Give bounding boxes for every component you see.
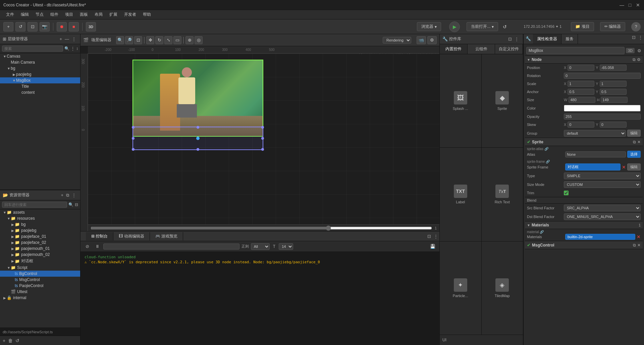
- rendering-select[interactable]: Rendering: [383, 37, 411, 44]
- bg-expand-icon[interactable]: ▼: [7, 67, 11, 70]
- scene-zoom-slider[interactable]: [91, 225, 432, 231]
- group-select[interactable]: default: [564, 130, 626, 137]
- tree-item-canvas[interactable]: ▼ Canvas: [0, 53, 80, 59]
- comp-item-richtext[interactable]: TxT Rich Text: [482, 148, 523, 241]
- handle-tm[interactable]: [197, 126, 199, 129]
- browser-button[interactable]: 浏览器 ▾: [417, 22, 441, 31]
- add-button[interactable]: +: [3, 22, 13, 31]
- handle-bl[interactable]: [132, 148, 135, 151]
- atlas-input[interactable]: [565, 151, 626, 157]
- position-y-input[interactable]: [600, 65, 627, 71]
- asset-more-icon[interactable]: ⋮: [70, 192, 77, 198]
- scene-zoom-in[interactable]: 🔍: [116, 36, 124, 44]
- search-icon[interactable]: 🔍: [64, 46, 69, 51]
- comp-lib-expand-icon[interactable]: ⊡: [507, 36, 513, 42]
- comp-item-splash[interactable]: 🖼 Splash ...: [440, 54, 481, 147]
- atlas-select-button[interactable]: 选择: [627, 151, 641, 158]
- asset-item-paojiebg[interactable]: ▶ 📁 paojiebg: [0, 227, 80, 233]
- spriteframe-edit-button[interactable]: 编辑: [627, 163, 641, 170]
- scene-msgbox-selection[interactable]: [132, 127, 263, 150]
- tab-game-preview[interactable]: 🎮 游戏预览: [150, 232, 183, 240]
- comp-tab-builtin[interactable]: 内置控件: [440, 44, 468, 54]
- comp-item-tiledmap[interactable]: ◈ TiledMap: [482, 242, 523, 335]
- trim-checkbox[interactable]: [564, 191, 569, 195]
- canvas-expand-icon[interactable]: ▼: [3, 55, 7, 58]
- size-w-input[interactable]: [569, 97, 595, 103]
- skew-x-input[interactable]: [568, 122, 594, 128]
- asset-item-bgcontrol[interactable]: ts BgControl: [0, 271, 80, 277]
- scene-fit[interactable]: ⊡: [134, 36, 142, 44]
- tree-item-title[interactable]: Title: [0, 83, 80, 89]
- project-button[interactable]: 📁 项目: [571, 22, 594, 31]
- asset-item-paojieface01[interactable]: ▶ 📁 paojieface_01: [0, 233, 80, 239]
- handle-ml[interactable]: [132, 137, 135, 140]
- scene-anchor-tool[interactable]: ⊕: [185, 36, 194, 44]
- handle-bm[interactable]: [197, 148, 199, 151]
- scene-camera-icon[interactable]: 📹: [417, 36, 426, 44]
- play-button[interactable]: ▶: [449, 21, 460, 32]
- handle-br[interactable]: [261, 148, 264, 151]
- screenshot-button[interactable]: 📷: [40, 22, 50, 31]
- close-button[interactable]: ✕: [635, 2, 641, 8]
- current-open-button[interactable]: 当前打开... ▾: [467, 22, 498, 31]
- asset-bottom-refresh-icon[interactable]: ↺: [15, 338, 19, 343]
- menu-panel[interactable]: 面板: [76, 10, 91, 19]
- asset-item-ultest[interactable]: 🎬 Ultest: [0, 289, 80, 295]
- position-x-input[interactable]: [568, 65, 594, 71]
- spriteframe-delete-button[interactable]: ✕: [622, 164, 626, 170]
- handle-tl[interactable]: [132, 126, 135, 129]
- msgcontrol-section-header[interactable]: ✔ MsgControl ⧉ ✕: [525, 241, 643, 249]
- minimize-button[interactable]: —: [619, 2, 625, 8]
- comp-item-sprite[interactable]: ◆ Sprite: [482, 54, 523, 147]
- msgbox-expand-icon[interactable]: ▼: [12, 79, 16, 82]
- refresh-button[interactable]: ↺: [15, 22, 25, 31]
- dst-blend-select[interactable]: ONE_MINUS_SRC_ALPHA ONE ZERO: [564, 213, 641, 220]
- scale-x-input[interactable]: [568, 81, 594, 87]
- tree-item-msgbox[interactable]: ▼ MsgBox: [0, 77, 80, 83]
- menu-layout[interactable]: 布局: [91, 10, 106, 19]
- sprite-header[interactable]: ✔ Sprite ⧉ ✕: [525, 138, 643, 146]
- tab-animation-editor[interactable]: 🎞 动画编辑器: [113, 232, 150, 240]
- comp-lib-more-icon[interactable]: ⋮: [513, 36, 520, 42]
- hierarchy-filter-icon[interactable]: ⋮: [71, 46, 75, 51]
- group-edit-button[interactable]: 编辑: [627, 130, 641, 137]
- asset-sort-icon[interactable]: ⊟: [75, 202, 78, 207]
- tree-item-main-camera[interactable]: Main Camera: [0, 59, 80, 65]
- asset-search-icon[interactable]: 🔍: [68, 202, 73, 207]
- msgcontrol-delete-icon[interactable]: ✕: [637, 243, 641, 248]
- props-more-icon[interactable]: ⋮: [637, 34, 644, 44]
- node-name-input[interactable]: [526, 47, 625, 54]
- tab-inspector[interactable]: 属性检查器: [533, 34, 561, 44]
- props-expand-icon[interactable]: ⊡: [631, 34, 637, 44]
- asset-item-assets[interactable]: ▼ 📁 assets: [0, 209, 80, 215]
- console-font-size-select[interactable]: 14 12 16: [279, 243, 293, 250]
- maximize-button[interactable]: □: [627, 2, 633, 8]
- asset-bottom-add-icon[interactable]: +: [3, 338, 5, 343]
- comp-item-particle[interactable]: ✦ Particle...: [440, 242, 481, 335]
- console-filter-select[interactable]: All Info Warn Error: [251, 243, 270, 250]
- menu-node[interactable]: 节点: [32, 10, 47, 19]
- toolbar-refresh-button[interactable]: ↺: [500, 22, 509, 31]
- tree-item-content[interactable]: content: [0, 89, 80, 95]
- node-settings-icon[interactable]: ⚙: [637, 48, 641, 53]
- record-button[interactable]: ⏺: [57, 22, 67, 31]
- sprite-copy-icon[interactable]: ⧉: [633, 140, 636, 144]
- asset-copy-icon[interactable]: ⧉: [65, 192, 70, 199]
- menu-help[interactable]: 帮助: [140, 10, 154, 19]
- scene-move-tool[interactable]: ✥: [146, 36, 154, 44]
- asset-item-script[interactable]: ▼ 📁 Script: [0, 265, 80, 271]
- anchor-point[interactable]: [196, 137, 200, 140]
- console-pause-btn[interactable]: ⏸: [93, 243, 101, 251]
- asset-search-input[interactable]: [2, 202, 67, 208]
- sprite-delete-icon[interactable]: ✕: [637, 140, 641, 144]
- scene-zoom-out[interactable]: 🔎: [125, 36, 133, 44]
- handle-tr[interactable]: [261, 126, 264, 129]
- comp-tab-cloud[interactable]: 云组件: [468, 44, 495, 54]
- asset-bottom-delete-icon[interactable]: 🗑: [8, 338, 13, 343]
- hierarchy-more-icon[interactable]: ⋮: [70, 36, 77, 42]
- materials-section-header[interactable]: ▼ Materials 1: [525, 221, 643, 229]
- 3d-button[interactable]: 3D: [86, 22, 96, 31]
- menu-edit[interactable]: 编辑: [17, 10, 32, 19]
- menu-dev[interactable]: 开发者: [121, 10, 140, 19]
- size-h-input[interactable]: [601, 97, 628, 103]
